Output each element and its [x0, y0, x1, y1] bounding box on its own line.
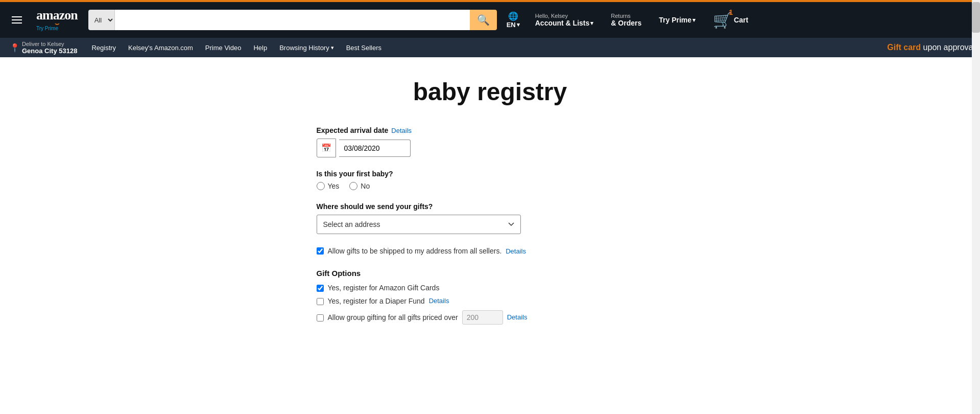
account-chevron-icon: ▾	[590, 20, 593, 27]
diaper-fund-option-label: Yes, register for a Diaper Fund	[328, 297, 425, 305]
nav-link-kelseys-amazon[interactable]: Kelsey's Amazon.com	[123, 40, 199, 55]
group-gifting-label: Allow group gifting for all gifts priced…	[328, 313, 458, 321]
gift-card-option-row: Yes, register for Amazon Gift Cards	[317, 284, 664, 292]
first-baby-field: Is this your first baby? Yes No	[317, 170, 664, 190]
search-icon: 🔍	[477, 14, 490, 26]
browsing-history-chevron-icon: ▾	[331, 44, 334, 51]
arrival-date-label: Expected arrival date	[317, 126, 389, 134]
scrollbar-thumb[interactable]	[972, 2, 980, 33]
header: amazon ⌣ Try Prime All 🔍 🌐 EN ▾ Hello, K…	[0, 2, 980, 38]
first-baby-label: Is this your first baby?	[317, 170, 664, 178]
nav-link-best-sellers[interactable]: Best Sellers	[341, 40, 387, 55]
returns-top-label: Returns	[611, 13, 631, 19]
arrival-date-details-link[interactable]: Details	[391, 127, 412, 134]
calendar-icon: 📅	[317, 139, 336, 157]
location-icon: 📍	[10, 43, 20, 53]
orders-label: & Orders	[611, 19, 641, 27]
registry-form: Expected arrival date Details 📅 Is this …	[317, 126, 664, 325]
first-baby-no-label: No	[361, 182, 370, 190]
amazon-logo-link[interactable]: amazon ⌣ Try Prime	[32, 6, 82, 34]
diaper-fund-checkbox[interactable]	[317, 298, 324, 305]
group-gifting-amount-input[interactable]	[462, 310, 503, 325]
gift-options-field: Gift Options Yes, register for Amazon Gi…	[317, 269, 664, 325]
gift-card-rest: upon approval	[923, 43, 975, 52]
gift-card-banner[interactable]: Gift card upon approval	[887, 43, 975, 52]
nav-bar: 📍 Deliver to Kelsey Genoa City 53128 Reg…	[0, 38, 980, 57]
main-content: baby registry Expected arrival date Deta…	[0, 57, 980, 414]
date-input[interactable]	[339, 140, 411, 157]
deliver-to-top-label: Deliver to Kelsey	[22, 41, 77, 47]
deliver-to-text: Deliver to Kelsey Genoa City 53128	[22, 41, 77, 55]
first-baby-no-radio[interactable]	[349, 182, 357, 190]
language-selector[interactable]: 🌐 EN ▾	[503, 8, 523, 32]
hamburger-line	[12, 16, 22, 17]
deliver-to-button[interactable]: 📍 Deliver to Kelsey Genoa City 53128	[5, 38, 82, 57]
search-bar: All 🔍	[88, 10, 497, 30]
hamburger-line	[12, 19, 22, 20]
try-prime-label: Try Prime ▾	[659, 16, 696, 24]
nav-link-help[interactable]: Help	[248, 40, 273, 55]
nav-link-browsing-history[interactable]: Browsing History ▾	[274, 40, 340, 55]
date-input-group: 📅	[317, 139, 664, 157]
allow-shipping-details-link[interactable]: Details	[506, 247, 526, 255]
send-gifts-label: Where should we send your gifts?	[317, 202, 664, 211]
first-baby-no-option[interactable]: No	[349, 182, 370, 190]
page-title: baby registry	[10, 78, 970, 106]
first-baby-yes-label: Yes	[328, 182, 340, 190]
allow-shipping-row: Allow gifts to be shipped to my address …	[317, 246, 572, 257]
first-baby-radio-group: Yes No	[317, 182, 664, 190]
try-prime-logo-text: Try Prime	[36, 26, 58, 31]
cart-count-badge: 1	[729, 8, 733, 16]
first-baby-yes-option[interactable]: Yes	[317, 182, 340, 190]
account-lists-button[interactable]: Hello, Kelsey Account & Lists ▾	[530, 9, 600, 31]
amazon-smile-icon: ⌣	[36, 22, 78, 26]
account-lists-label: Account & Lists ▾	[535, 19, 594, 27]
allow-shipping-checkbox[interactable]	[317, 247, 324, 255]
prime-chevron-icon: ▾	[692, 17, 696, 24]
group-gifting-details-link[interactable]: Details	[507, 313, 528, 321]
language-chevron-icon: ▾	[517, 21, 520, 28]
address-select-dropdown[interactable]: Select an address	[317, 215, 521, 234]
search-input[interactable]	[115, 10, 470, 30]
globe-icon: 🌐	[508, 11, 518, 21]
arrival-date-field: Expected arrival date Details 📅	[317, 126, 664, 157]
arrival-date-label-row: Expected arrival date Details	[317, 126, 664, 134]
nav-link-registry[interactable]: Registry	[86, 40, 122, 55]
gift-card-highlight: Gift card	[887, 43, 921, 52]
group-gifting-checkbox[interactable]	[317, 314, 324, 321]
send-gifts-field: Where should we send your gifts? Select …	[317, 202, 664, 234]
gift-card-option-label: Yes, register for Amazon Gift Cards	[328, 284, 440, 292]
gift-options-title: Gift Options	[317, 269, 664, 278]
gift-card-checkbox[interactable]	[317, 285, 324, 292]
hello-text: Hello, Kelsey	[535, 13, 568, 19]
cart-button[interactable]: 🛒 1 Cart	[707, 8, 754, 33]
amazon-logo-text: amazon ⌣	[36, 9, 78, 26]
allow-shipping-label: Allow gifts to be shipped to my address …	[328, 246, 526, 257]
cart-label: Cart	[734, 16, 748, 24]
search-button[interactable]: 🔍	[470, 10, 497, 30]
nav-link-prime-video[interactable]: Prime Video	[200, 40, 247, 55]
group-gifting-row: Allow group gifting for all gifts priced…	[317, 310, 664, 325]
try-prime-button[interactable]: Try Prime ▾	[653, 12, 701, 28]
scrollbar[interactable]	[972, 0, 980, 414]
diaper-fund-option-row: Yes, register for a Diaper Fund Details	[317, 297, 664, 305]
hamburger-line	[12, 22, 22, 24]
search-category-dropdown[interactable]: All	[88, 10, 115, 30]
diaper-fund-details-link[interactable]: Details	[429, 297, 449, 305]
deliver-to-bottom-label: Genoa City 53128	[22, 47, 77, 55]
returns-orders-button[interactable]: Returns & Orders	[605, 9, 647, 31]
first-baby-yes-radio[interactable]	[317, 182, 325, 190]
language-label: EN ▾	[507, 21, 520, 29]
allow-shipping-field: Allow gifts to be shipped to my address …	[317, 246, 664, 257]
hamburger-menu-button[interactable]	[8, 13, 26, 27]
cart-icon-wrapper: 🛒 1	[713, 11, 732, 29]
